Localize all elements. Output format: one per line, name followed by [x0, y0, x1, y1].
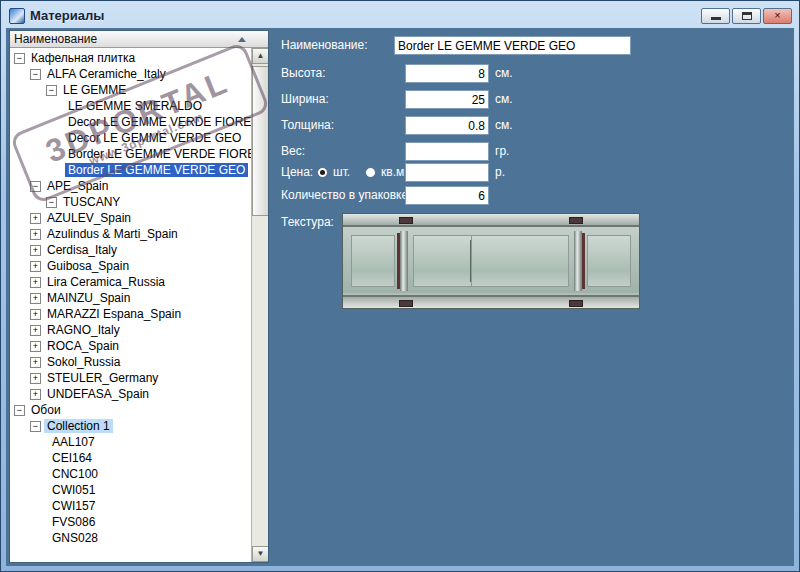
tree-item-label: STEULER_Germany	[44, 371, 161, 385]
price-per-piece-radio[interactable]	[317, 167, 328, 178]
collapse-icon[interactable]: −	[46, 85, 57, 96]
tree-item[interactable]: CWI157	[10, 498, 251, 514]
tree-item[interactable]: +UNDEFASA_Spain	[10, 386, 251, 402]
tree-item-label: FVS086	[49, 515, 98, 529]
collapse-icon[interactable]: −	[30, 69, 41, 80]
width-label: Ширина:	[281, 90, 329, 109]
tree-item-label: Обои	[28, 403, 64, 417]
tree-item[interactable]: −Обои	[10, 402, 251, 418]
tree-item[interactable]: −APE_Spain	[10, 178, 251, 194]
expand-icon[interactable]: +	[30, 309, 41, 320]
texture-middle-band	[343, 229, 639, 293]
tree-item[interactable]: −ALFA Ceramiche_Italy	[10, 66, 251, 82]
tree-item[interactable]: CNC100	[10, 466, 251, 482]
price-input[interactable]	[405, 163, 489, 182]
height-unit: см.	[495, 64, 513, 83]
maximize-button[interactable]	[732, 8, 761, 24]
expand-icon[interactable]: +	[30, 277, 41, 288]
tree-item[interactable]: Border LE GEMME VERDE GEO	[10, 162, 251, 178]
tree-item-label: RAGNO_Italy	[44, 323, 123, 337]
texture-image	[342, 213, 640, 309]
tree-item-label: CEI164	[49, 451, 95, 465]
width-input[interactable]	[405, 90, 489, 109]
pack-quantity-label: Количество в упаковке:	[281, 186, 411, 205]
maximize-icon	[742, 12, 752, 20]
expand-icon[interactable]: +	[30, 245, 41, 256]
tree-item[interactable]: CEI164	[10, 450, 251, 466]
expand-icon[interactable]: +	[30, 389, 41, 400]
collapse-icon[interactable]: −	[46, 197, 57, 208]
minimize-icon	[711, 17, 721, 20]
texture-ornament	[569, 217, 583, 224]
tree-item[interactable]: +MAINZU_Spain	[10, 290, 251, 306]
texture-bottom-band	[343, 295, 639, 308]
expand-icon[interactable]: +	[30, 373, 41, 384]
tree-item[interactable]: Decor LE GEMME VERDE FIORE	[10, 114, 251, 130]
client-area: Наименование −Кафельная плитка−ALFA Cera…	[6, 28, 794, 566]
tree-item[interactable]: AAL107	[10, 434, 251, 450]
tree-item[interactable]: −Collection 1	[10, 418, 251, 434]
tree-item[interactable]: +MARAZZI Espana_Spain	[10, 306, 251, 322]
width-unit: см.	[495, 90, 513, 109]
tree-item[interactable]: +Lira Ceramica_Russia	[10, 274, 251, 290]
height-input[interactable]	[405, 64, 489, 83]
tree-item[interactable]: +Azulindus & Marti_Spain	[10, 226, 251, 242]
tree-item-label: Guibosa_Spain	[44, 259, 132, 273]
app-window: Материалы × Наименование −Кафельная плит…	[0, 0, 800, 572]
expand-icon[interactable]: +	[30, 325, 41, 336]
scroll-up-button[interactable]: ▲	[252, 48, 269, 64]
texture-ornament	[399, 217, 413, 224]
tree-item[interactable]: LE GEMME SMERALDO	[10, 98, 251, 114]
expand-icon[interactable]: +	[30, 293, 41, 304]
tree-item[interactable]: +STEULER_Germany	[10, 370, 251, 386]
tree-item[interactable]: −LE GEMME	[10, 82, 251, 98]
price-per-sqm-radio[interactable]	[365, 167, 376, 178]
tree-item[interactable]: −Кафельная плитка	[10, 50, 251, 66]
tree-item[interactable]: FVS086	[10, 514, 251, 530]
tree-item[interactable]: Border LE GEMME VERDE FIORE	[10, 146, 251, 162]
tree-column-header[interactable]: Наименование	[10, 31, 268, 48]
expand-icon[interactable]: +	[30, 213, 41, 224]
collapse-icon[interactable]: −	[30, 421, 41, 432]
tree-item-label: CWI051	[49, 483, 98, 497]
tree-scrollbar[interactable]: ▲ ▼	[251, 48, 268, 562]
tree-item-label: GNS028	[49, 531, 101, 545]
tree-item[interactable]: +RAGNO_Italy	[10, 322, 251, 338]
collapse-icon[interactable]: −	[30, 181, 41, 192]
name-input[interactable]	[394, 36, 631, 55]
price-unit: р.	[495, 163, 505, 182]
collapse-icon[interactable]: −	[14, 405, 25, 416]
properties-panel: Наименование: Высота: см. Ширина: см. То…	[269, 30, 791, 563]
expand-icon[interactable]: +	[30, 341, 41, 352]
price-per-sqm-label: кв.м.	[381, 163, 408, 182]
tree-item[interactable]: +ROCA_Spain	[10, 338, 251, 354]
thickness-unit: см.	[495, 116, 513, 135]
close-button[interactable]: ×	[763, 8, 792, 24]
titlebar[interactable]: Материалы ×	[6, 4, 794, 27]
tree-item[interactable]: +AZULEV_Spain	[10, 210, 251, 226]
price-per-piece-label: шт.	[333, 163, 350, 182]
tree-item[interactable]: −TUSCANY	[10, 194, 251, 210]
scrollbar-thumb[interactable]	[252, 66, 269, 216]
expand-icon[interactable]: +	[30, 229, 41, 240]
app-icon	[9, 8, 25, 24]
tree-item-label: ROCA_Spain	[44, 339, 122, 353]
tree-item[interactable]: +Cerdisa_Italy	[10, 242, 251, 258]
tree-item-label: CWI157	[49, 499, 98, 513]
collapse-icon[interactable]: −	[14, 53, 25, 64]
thickness-input[interactable]	[405, 116, 489, 135]
tree-item[interactable]: CWI051	[10, 482, 251, 498]
tree-item[interactable]: GNS028	[10, 530, 251, 546]
weight-input[interactable]	[405, 142, 489, 161]
tree-item-label: TUSCANY	[60, 195, 123, 209]
tree-item[interactable]: Decor LE GEMME VERDE GEO	[10, 130, 251, 146]
pack-quantity-input[interactable]	[405, 186, 489, 205]
tree-item-label: Cerdisa_Italy	[44, 243, 120, 257]
tree-item-label: LE GEMME	[60, 83, 129, 97]
tree-item[interactable]: +Guibosa_Spain	[10, 258, 251, 274]
expand-icon[interactable]: +	[30, 357, 41, 368]
expand-icon[interactable]: +	[30, 261, 41, 272]
scroll-down-button[interactable]: ▼	[252, 546, 269, 562]
tree-item[interactable]: +Sokol_Russia	[10, 354, 251, 370]
minimize-button[interactable]	[701, 8, 730, 24]
